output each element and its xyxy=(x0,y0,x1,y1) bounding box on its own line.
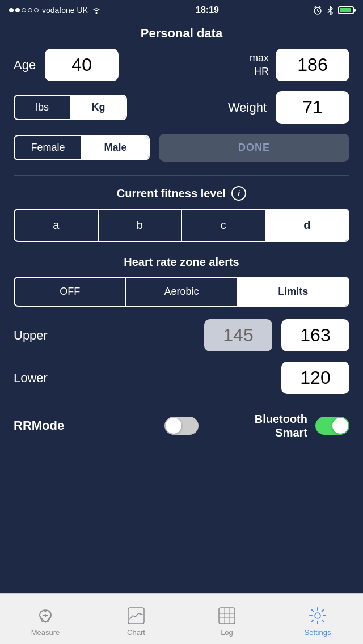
rrmode-row: RRMode BluetoothSmart xyxy=(14,404,349,447)
weight-group: Weight 71 xyxy=(127,91,349,124)
bluetooth-label: BluetoothSmart xyxy=(255,412,307,439)
content-area: Age 40 maxHR 186 lbs Kg Weight 71 Female… xyxy=(0,49,363,447)
gender-selector[interactable]: Female Male xyxy=(14,135,150,160)
time-label: 18:19 xyxy=(196,5,219,15)
tab-log-icon xyxy=(217,605,237,626)
hr-alerts-title: Heart rate zone alerts xyxy=(14,256,349,269)
fitness-c[interactable]: c xyxy=(181,210,265,241)
bluetooth-icon xyxy=(327,5,334,15)
tab-chart-label: Chart xyxy=(127,628,145,637)
rrmode-label: RRMode xyxy=(14,418,164,433)
status-left: vodafone UK xyxy=(9,6,102,15)
signal-icon xyxy=(9,8,39,12)
tab-measure[interactable]: Measure xyxy=(0,601,91,637)
weight-unit-selector[interactable]: lbs Kg xyxy=(14,95,127,120)
fitness-d[interactable]: d xyxy=(265,210,349,241)
battery-icon xyxy=(338,6,354,14)
carrier-label: vodafone UK xyxy=(42,6,88,15)
tab-chart-icon xyxy=(126,605,146,626)
tab-log-label: Log xyxy=(221,628,233,637)
tab-bar: Measure Chart Log xyxy=(0,593,363,644)
age-label: Age xyxy=(14,58,36,73)
fitness-level-title: Current fitness level i xyxy=(14,186,349,201)
lower-label: Lower xyxy=(14,371,147,385)
hr-alerts-selector[interactable]: OFF Aerobic Limits xyxy=(14,277,349,307)
upper-aerobic-input[interactable]: 145 xyxy=(204,319,272,351)
fitness-level-selector[interactable]: a b c d xyxy=(14,209,349,242)
divider-1 xyxy=(14,175,349,176)
wifi-icon xyxy=(91,6,102,14)
alert-off[interactable]: OFF xyxy=(15,278,125,306)
tab-settings-label: Settings xyxy=(305,628,331,637)
svg-line-4 xyxy=(315,7,316,8)
tab-log[interactable]: Log xyxy=(182,601,272,637)
lower-input[interactable]: 120 xyxy=(281,362,349,394)
svg-rect-12 xyxy=(219,608,235,624)
tab-settings[interactable]: Settings xyxy=(272,601,363,637)
svg-point-17 xyxy=(315,613,320,618)
status-right xyxy=(313,5,354,15)
tab-settings-icon xyxy=(307,605,328,626)
rrmode-toggle[interactable] xyxy=(164,417,199,435)
fitness-b[interactable]: b xyxy=(98,210,182,241)
tab-chart[interactable]: Chart xyxy=(91,601,182,637)
svg-line-3 xyxy=(318,11,319,12)
alert-aerobic[interactable]: Aerobic xyxy=(125,278,237,306)
age-maxhr-row: Age 40 maxHR 186 xyxy=(14,49,349,81)
svg-point-0 xyxy=(95,12,97,14)
bluetooth-toggle[interactable] xyxy=(315,417,349,435)
alert-limits[interactable]: Limits xyxy=(237,278,348,306)
rrmode-toggle-knob xyxy=(166,418,182,434)
upper-label: Upper xyxy=(14,328,204,343)
fitness-a[interactable]: a xyxy=(15,210,98,241)
tab-measure-label: Measure xyxy=(31,628,60,637)
maxhr-group: maxHR 186 xyxy=(250,49,349,81)
bluetooth-toggle-knob xyxy=(332,418,348,434)
gender-done-row: Female Male DONE xyxy=(14,134,349,162)
weight-row: lbs Kg Weight 71 xyxy=(14,91,349,124)
done-button[interactable]: DONE xyxy=(159,134,349,162)
status-bar: vodafone UK 18:19 xyxy=(0,0,363,20)
page-title: Personal data xyxy=(0,20,363,49)
maxhr-label: maxHR xyxy=(250,52,269,78)
upper-row: Upper 145 163 xyxy=(14,319,349,351)
weight-label: Weight xyxy=(228,100,267,115)
lower-row: Lower 120 xyxy=(14,362,349,394)
gender-female[interactable]: Female xyxy=(15,136,81,159)
svg-line-5 xyxy=(319,7,320,8)
bluetooth-group: BluetoothSmart xyxy=(199,412,349,439)
tab-measure-icon xyxy=(35,605,56,626)
alarm-icon xyxy=(313,6,322,15)
maxhr-input[interactable]: 186 xyxy=(276,49,349,81)
age-input[interactable]: 40 xyxy=(45,49,119,81)
weight-input[interactable]: 71 xyxy=(276,91,349,124)
age-group: Age 40 xyxy=(14,49,119,81)
gender-male[interactable]: Male xyxy=(81,136,149,159)
fitness-info-icon[interactable]: i xyxy=(231,186,246,201)
unit-lbs[interactable]: lbs xyxy=(15,96,70,119)
upper-limits-input[interactable]: 163 xyxy=(281,319,349,351)
unit-kg[interactable]: Kg xyxy=(70,96,126,119)
